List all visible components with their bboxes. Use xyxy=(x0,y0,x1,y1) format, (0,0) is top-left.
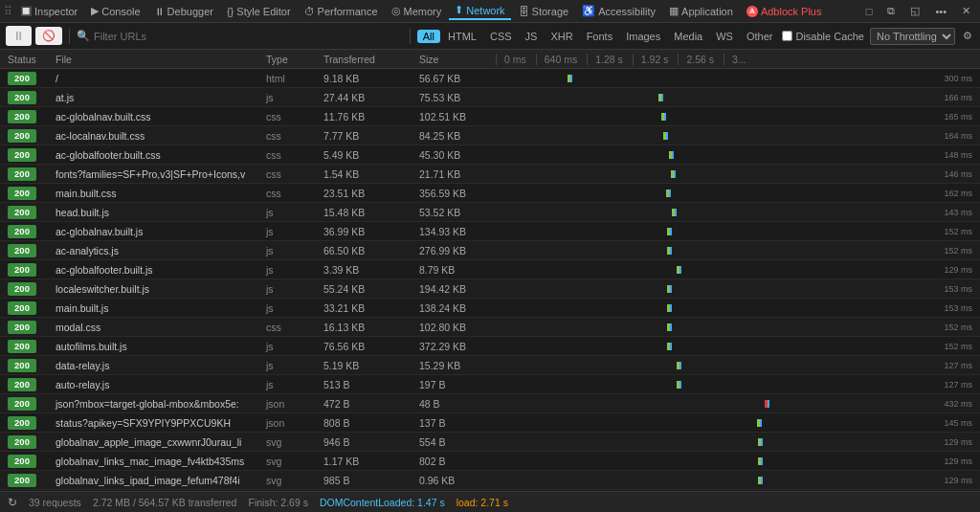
debugger-icon: ⏸ xyxy=(154,6,165,17)
row-timeline: 166 ms xyxy=(492,88,976,106)
type-filter-xhr[interactable]: XHR xyxy=(545,30,578,43)
tab-debugger[interactable]: ⏸ Debugger xyxy=(148,4,219,19)
type-filter-ws[interactable]: WS xyxy=(710,30,739,43)
row-type: js xyxy=(262,92,320,103)
type-filter-media[interactable]: Media xyxy=(668,30,708,43)
search-icon: 🔍 xyxy=(77,30,90,42)
row-file: autofilms.built.js xyxy=(52,341,262,352)
table-row[interactable]: 200 at.js js 27.44 KB 75.53 KB 166 ms xyxy=(0,88,980,107)
row-status: 200 xyxy=(4,455,52,468)
type-filter-other[interactable]: Other xyxy=(741,30,779,43)
type-filter-css[interactable]: CSS xyxy=(484,30,518,43)
header-file: File xyxy=(52,54,262,65)
tab-style-editor[interactable]: {} Style Editor xyxy=(221,4,297,19)
more-button[interactable]: ••• xyxy=(929,4,952,19)
table-row[interactable]: 200 head.built.js js 15.48 KB 53.52 KB 1… xyxy=(0,203,980,222)
table-row[interactable]: 200 main.built.css css 23.51 KB 356.59 K… xyxy=(0,184,980,203)
row-size: 356.59 KB xyxy=(415,188,492,199)
row-size: 194.42 KB xyxy=(415,283,492,295)
table-row[interactable]: 200 json?mbox=target-global-mbox&mbox5e:… xyxy=(0,394,980,413)
row-transferred: 3.39 KB xyxy=(320,264,415,276)
tab-storage[interactable]: 🗄 Storage xyxy=(513,4,575,19)
row-type: css xyxy=(262,111,320,122)
throttle-select[interactable]: No Throttling xyxy=(870,28,955,45)
dock-button[interactable]: ⧉ xyxy=(881,3,901,19)
table-row[interactable]: 200 localeswitcher.built.js js 55.24 KB … xyxy=(0,279,980,299)
row-type: js xyxy=(262,341,320,352)
toolbar-right-controls: □ ⧉ ◱ ••• ✕ xyxy=(860,3,976,19)
row-status: 200 xyxy=(4,416,52,430)
tab-application[interactable]: ▦ Application xyxy=(663,3,739,19)
row-status: 200 xyxy=(4,225,52,238)
row-file: auto-relay.js xyxy=(52,379,262,390)
row-timeline: 152 ms xyxy=(492,241,976,259)
row-status: 200 xyxy=(4,321,52,334)
status-badge: 200 xyxy=(8,359,36,372)
tab-accessibility[interactable]: ♿ Accessibility xyxy=(576,3,661,19)
network-table[interactable]: 200 / html 9.18 KB 56.67 KB 300 ms 200 a… xyxy=(0,69,980,491)
row-timeline: 153 ms xyxy=(492,279,976,298)
table-row[interactable]: 200 ac-globalfooter.built.css css 5.49 K… xyxy=(0,145,980,165)
gear-icon[interactable]: ⚙ xyxy=(961,28,974,44)
row-file: at.js xyxy=(52,92,262,103)
clear-button[interactable]: 🚫 xyxy=(35,27,62,45)
row-type: js xyxy=(262,379,320,390)
close-button[interactable]: ✕ xyxy=(956,3,976,19)
row-transferred: 513 B xyxy=(320,379,415,390)
disable-cache-label[interactable]: Disable Cache xyxy=(782,31,864,42)
url-filter-input[interactable] xyxy=(94,31,403,42)
tab-inspector[interactable]: 🔲 Inspector xyxy=(14,4,83,19)
table-row[interactable]: 200 ac-localnav.built.css css 7.77 KB 84… xyxy=(0,126,980,145)
load-time: load: 2.71 s xyxy=(457,497,508,508)
table-row[interactable]: 200 ac-globalnav.built.js js 36.99 KB 13… xyxy=(0,222,980,241)
table-row[interactable]: 200 / html 9.18 KB 56.67 KB 300 ms xyxy=(0,69,980,88)
type-filter-all[interactable]: All xyxy=(417,30,440,43)
tab-network[interactable]: ⬆ Network xyxy=(449,2,510,20)
table-row[interactable]: 200 globalnav_apple_image_cxwwnrJ0urau_l… xyxy=(0,433,980,452)
tab-console[interactable]: ▶ Console xyxy=(85,3,145,19)
table-row[interactable]: 200 main.built.js js 33.21 KB 138.24 KB … xyxy=(0,299,980,318)
disable-cache-checkbox[interactable] xyxy=(782,31,792,41)
popout-button[interactable]: ◱ xyxy=(904,3,925,19)
row-status: 200 xyxy=(4,148,52,162)
row-type: json xyxy=(262,398,320,410)
table-row[interactable]: 200 ac-globalnav.built.css css 11.76 KB … xyxy=(0,107,980,126)
table-row[interactable]: 200 auto-relay.js js 513 B 197 B 127 ms xyxy=(0,375,980,394)
tab-adblock[interactable]: A Adblock Plus xyxy=(741,4,828,19)
row-transferred: 66.50 KB xyxy=(320,245,415,256)
table-row[interactable]: 200 ac-globalfooter.built.js js 3.39 KB … xyxy=(0,260,980,279)
row-type: svg xyxy=(262,436,320,448)
type-filter-html[interactable]: HTML xyxy=(442,30,482,43)
row-file: globalnav_links_ipad_image_fefum478f4i xyxy=(52,475,262,486)
type-filter-images[interactable]: Images xyxy=(620,30,666,43)
table-row[interactable]: 200 globalnav_links_ipad_image_fefum478f… xyxy=(0,471,980,490)
status-badge: 200 xyxy=(8,244,36,257)
table-row[interactable]: 200 status?apikey=SFX9YPIY9PPXCU9KH json… xyxy=(0,413,980,433)
type-filter-js[interactable]: JS xyxy=(520,30,544,43)
table-row[interactable]: 200 autofilms.built.js js 76.56 KB 372.2… xyxy=(0,337,980,356)
header-transferred: Transferred xyxy=(320,54,415,65)
table-row[interactable]: 200 modal.css css 16.13 KB 102.80 KB 152… xyxy=(0,318,980,337)
row-transferred: 16.13 KB xyxy=(320,322,415,333)
tab-memory[interactable]: ◎ Memory xyxy=(386,3,448,19)
type-filter-fonts[interactable]: Fonts xyxy=(581,30,619,43)
row-type: css xyxy=(262,188,320,199)
tab-performance[interactable]: ⏱ Performance xyxy=(299,4,384,19)
row-status: 200 xyxy=(4,474,52,487)
table-row[interactable]: 200 ac-analytics.js js 66.50 KB 276.99 K… xyxy=(0,241,980,260)
network-filterbar: ⏸ 🚫 🔍 AllHTMLCSSJSXHRFontsImagesMediaWSO… xyxy=(0,23,980,50)
table-row[interactable]: 200 globalnav_links_mac_image_fv4ktb435m… xyxy=(0,452,980,471)
row-size: 102.51 KB xyxy=(415,111,492,122)
row-size: 802 B xyxy=(415,456,492,467)
expand-button[interactable]: □ xyxy=(860,4,879,19)
table-row[interactable]: 200 data-relay.js js 5.19 KB 15.29 KB 12… xyxy=(0,356,980,375)
pause-recording-button[interactable]: ⏸ xyxy=(6,26,32,46)
memory-icon: ◎ xyxy=(391,5,401,17)
row-file: ac-globalnav.built.js xyxy=(52,226,262,237)
row-status: 200 xyxy=(4,282,52,296)
row-timeline: 300 ms xyxy=(492,69,976,87)
row-status: 200 xyxy=(4,187,52,200)
row-type: js xyxy=(262,360,320,371)
table-row[interactable]: 200 fonts?families=SF+Pro,v3|SF+Pro+Icon… xyxy=(0,165,980,184)
row-size: 21.71 KB xyxy=(415,168,492,180)
